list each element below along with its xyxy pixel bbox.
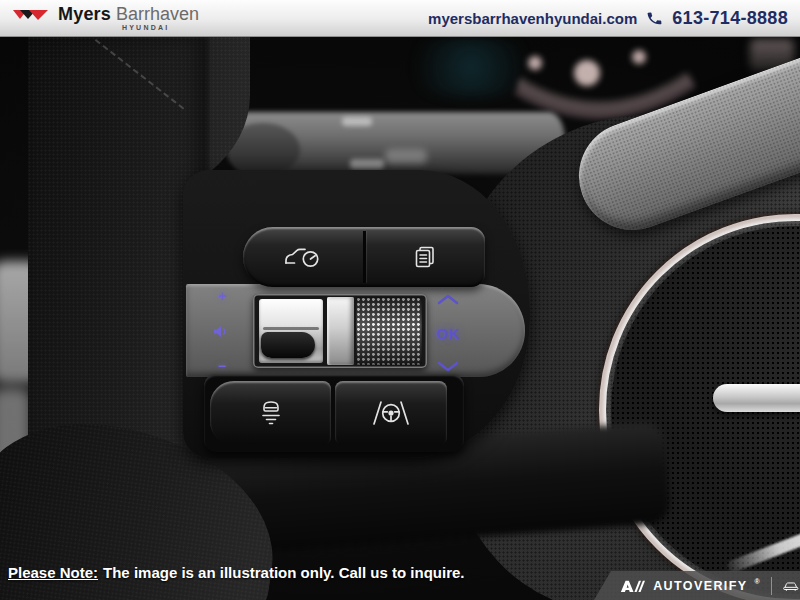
knurled-scroll-wheel [356,297,422,365]
dealer-name: Myers [58,5,111,23]
stalk-marking [350,159,384,169]
stalk-marking [342,117,372,126]
lane-follow-assist-button [335,381,447,445]
dealer-location: Barrhaven [116,5,199,23]
top-button-cluster [243,227,485,287]
menu-pages-icon [412,244,438,270]
lane-follow-assist-icon [369,398,413,428]
panel-reflection [385,149,427,164]
scroll-wheel-assembly [253,294,427,368]
watermark-divider [771,577,772,595]
autoverify-logo-icon [619,575,646,597]
dealer-contact: myersbarrhavenhyundai.com 613-714-8888 [428,8,788,29]
rocker-groove [263,327,319,330]
disclaimer-note: Please Note:The image is an illustration… [8,564,465,581]
autoverify-brand: AUTOVERIFY [653,579,747,593]
ok-selector-glyphs: OK [425,294,471,372]
bottom-button-cluster [204,374,464,452]
ok-label: OK [436,325,460,342]
dealer-logo: Myers Barrhaven HYUNDAI [12,5,199,31]
car-icon [782,579,800,593]
hyundai-emblem-bar [713,384,800,412]
disclaimer-label: Please Note: [8,564,98,581]
phone-icon [645,9,664,28]
volume-plus-glyph: + [218,288,226,304]
chrome-segment [327,297,354,365]
menu-pages-button [366,227,486,287]
volume-minus-glyph: − [218,358,226,374]
myers-logo-mark-icon [12,7,52,29]
volume-control-glyphs: + − [205,288,239,374]
chevron-up-icon [436,294,460,305]
disclaimer-text: The image is an illustration only. Call … [103,564,464,581]
adaptive-cruise-button [210,381,331,445]
autoverify-watermark: AUTOVERIFY® [594,571,800,600]
dealer-website-link[interactable]: myersbarrhavenhyundai.com [428,10,637,27]
black-paddle [261,332,315,358]
vehicle-photo-steering-wheel: + − OK [0,37,800,600]
chevron-down-icon [436,361,460,372]
dealer-header-bar: Myers Barrhaven HYUNDAI myersbarrhavenhy… [0,0,800,37]
car-drive-mode-gauge-icon [283,244,323,270]
volume-speaker-icon [213,325,231,338]
dealer-phone-link[interactable]: 613-714-8888 [672,8,788,29]
chrome-rocker [259,299,323,363]
drive-mode-button [243,227,363,287]
vehicle-listing-photo-page: Myers Barrhaven HYUNDAI myersbarrhavenhy… [0,0,800,600]
steering-button-panel: + − OK [183,170,530,458]
dealer-brand: HYUNDAI [122,24,199,31]
registered-mark: ® [754,578,759,585]
dealer-logo-text: Myers Barrhaven HYUNDAI [58,5,199,31]
adaptive-cruise-distance-icon [256,398,286,428]
